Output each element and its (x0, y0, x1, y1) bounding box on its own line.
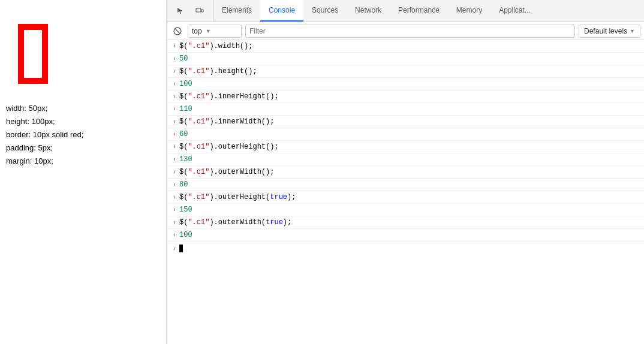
console-text: $(".c1").innerWidth(); (179, 116, 644, 127)
console-cursor[interactable] (179, 244, 183, 252)
devtools-tabs: Elements Console Sources Network Perform… (213, 0, 644, 22)
console-token: 60 (179, 130, 188, 138)
cursor-icon[interactable] (172, 2, 189, 19)
console-token: 150 (179, 206, 192, 214)
console-token: ).outerWidth(); (209, 168, 274, 176)
console-row: ›$(".c1").outerHeight(true); (167, 191, 644, 204)
console-token: $( (179, 193, 188, 201)
svg-rect-0 (196, 8, 201, 12)
desc-line-2: height: 100px; (6, 115, 83, 128)
console-row: ‹100 (167, 229, 644, 242)
tab-console[interactable]: Console (260, 0, 303, 22)
console-text: $(".c1").width(); (179, 41, 644, 52)
device-icon[interactable] (191, 2, 208, 19)
demo-box-wrapper (6, 12, 60, 96)
input-arrow[interactable]: › (170, 41, 179, 51)
console-token: $( (179, 117, 188, 126)
console-text: $(".c1").outerWidth(); (179, 167, 644, 177)
console-text: 110 (179, 104, 644, 114)
console-text: $(".c1").innerHeight(); (179, 91, 644, 102)
input-arrow[interactable]: › (170, 167, 179, 177)
console-row: ‹130 (167, 153, 644, 166)
devtools-toolbar-icons (167, 0, 213, 22)
input-arrow[interactable]: › (170, 141, 179, 152)
console-row: ›$(".c1").innerWidth(); (167, 116, 644, 128)
console-row: ›$(".c1").width(); (167, 40, 644, 53)
tab-performance[interactable]: Performance (390, 0, 448, 22)
tab-network[interactable]: Network (347, 0, 390, 22)
console-row: ›$(".c1").outerWidth(true); (167, 216, 644, 229)
levels-label: Default levels (584, 27, 627, 35)
log-levels-button[interactable]: Default levels ▼ (579, 25, 640, 38)
console-token: ".c1" (188, 218, 209, 227)
input-arrow[interactable]: › (170, 66, 179, 76)
console-token: $( (179, 67, 188, 76)
result-arrow[interactable]: ‹ (170, 204, 179, 215)
console-token: 50 (179, 55, 188, 63)
result-arrow[interactable]: ‹ (170, 53, 179, 64)
current-input-arrow: › (170, 245, 179, 252)
devtools-panel: Elements Console Sources Network Perform… (167, 0, 644, 344)
console-output[interactable]: ›$(".c1").width();‹50›$(".c1").height();… (167, 40, 644, 344)
desc-line-1: width: 50px; (6, 102, 83, 115)
console-text: 60 (179, 129, 644, 140)
svg-rect-1 (201, 10, 203, 12)
console-token: ".c1" (188, 92, 209, 101)
result-arrow[interactable]: ‹ (170, 230, 179, 240)
console-text: 80 (179, 179, 644, 190)
input-arrow[interactable]: › (170, 116, 179, 126)
desc-line-5: margin: 10px; (6, 155, 83, 168)
console-row: ›$(".c1").outerHeight(); (167, 141, 644, 153)
console-token: ).outerHeight(); (209, 143, 278, 151)
context-arrow: ▼ (206, 28, 211, 34)
console-token: $( (179, 143, 188, 151)
result-arrow[interactable]: ‹ (170, 154, 179, 164)
console-row: ‹80 (167, 179, 644, 191)
console-row: ‹150 (167, 204, 644, 216)
console-text: $(".c1").outerHeight(true); (179, 192, 644, 203)
webpage-preview: width: 50px; height: 100px; border: 10px… (0, 0, 167, 344)
console-token: ).innerWidth(); (209, 117, 274, 126)
console-token: 100 (179, 231, 192, 239)
tab-sources[interactable]: Sources (303, 0, 347, 22)
result-arrow[interactable]: ‹ (170, 104, 179, 114)
console-token: $( (179, 92, 188, 101)
console-text: $(".c1").outerHeight(); (179, 141, 644, 152)
console-filter-input[interactable] (245, 25, 575, 38)
context-label: top (192, 27, 202, 35)
result-arrow[interactable]: ‹ (170, 179, 179, 189)
console-text: $(".c1").height(); (179, 66, 644, 77)
console-text: 150 (179, 204, 644, 215)
console-token: 130 (179, 155, 192, 164)
console-text: 100 (179, 230, 644, 240)
console-toolbar: top ▼ Default levels ▼ (167, 22, 644, 40)
input-arrow[interactable]: › (170, 192, 179, 202)
console-row: ‹110 (167, 103, 644, 116)
input-arrow[interactable]: › (170, 91, 179, 101)
clear-console-button[interactable] (171, 25, 184, 38)
console-token: ".c1" (188, 67, 209, 76)
console-token: ".c1" (188, 42, 209, 50)
input-arrow[interactable]: › (170, 217, 179, 227)
console-token: 80 (179, 180, 188, 189)
tab-elements[interactable]: Elements (213, 0, 260, 22)
devtools-tab-bar: Elements Console Sources Network Perform… (167, 0, 644, 22)
console-token: ).outerWidth( (209, 218, 266, 227)
console-row: ›$(".c1").innerHeight(); (167, 90, 644, 103)
tab-application[interactable]: Applicat... (490, 0, 539, 22)
console-token: $( (179, 168, 188, 176)
tab-memory[interactable]: Memory (448, 0, 490, 22)
console-input-row: › (167, 242, 644, 255)
console-text: 100 (179, 79, 644, 89)
console-row: ‹100 (167, 78, 644, 90)
box-description: width: 50px; height: 100px; border: 10px… (6, 102, 83, 168)
console-token: ); (287, 193, 296, 201)
demo-box (18, 24, 48, 84)
result-arrow[interactable]: ‹ (170, 129, 179, 139)
console-token: 100 (179, 80, 192, 88)
console-token: ".c1" (188, 143, 209, 151)
context-selector[interactable]: top ▼ (188, 25, 242, 38)
result-arrow[interactable]: ‹ (170, 79, 179, 89)
console-token: ).width(); (209, 42, 252, 50)
console-row: ‹50 (167, 53, 644, 65)
